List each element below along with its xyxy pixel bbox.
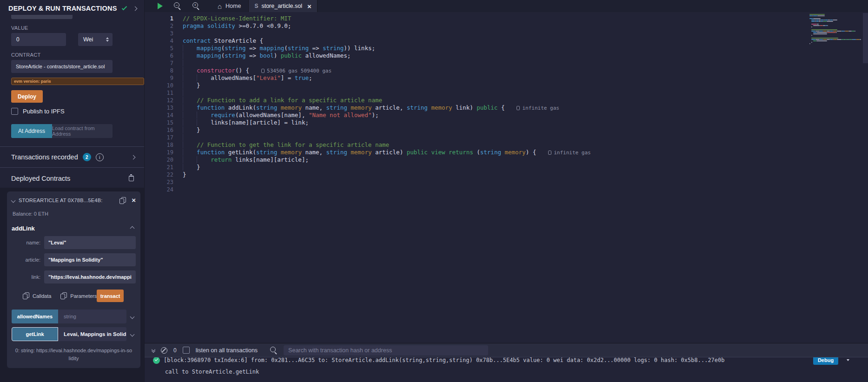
calldata-label: Calldata [33,293,51,299]
contract-instance-card: STOREARTICLE AT 0X78B...5E4B: Balance: 0… [7,191,140,368]
home-icon [218,2,222,10]
transact-button[interactable]: transact [97,290,124,302]
scrolled-input-remnant [11,15,73,19]
minimap[interactable] [809,14,861,47]
editor-tabbar: − + Home store_article.sol [145,0,868,12]
calldata-group[interactable]: Calldata [23,292,51,299]
allowednames-input[interactable]: string [58,310,126,323]
terminal-collapse-icon[interactable] [152,348,155,352]
editor-scrollbar[interactable] [863,13,868,63]
transaction-log-row[interactable]: [block:3968970 txIndex:6] from: 0x281...… [145,357,868,365]
field-row: link: "https://levai.hashnode.dev/mappi [12,270,136,283]
field-row: article: "Mappings in Solidity" [12,253,136,266]
instance-balance: Balance: 0 ETH [13,211,136,217]
unit-select[interactable]: Wei [78,33,113,46]
deployed-contracts-header: Deployed Contracts [0,168,144,188]
panel-title: DEPLOY & RUN TRANSACTIONS [8,5,117,12]
contract-select[interactable]: StoreArticle - contracts/store_article.s… [11,60,113,73]
gas-estimate-icon [548,151,551,155]
tab-label: Home [225,3,241,9]
allowednames-expand-chevron-icon[interactable] [130,314,135,319]
code-editor[interactable]: 1// SPDX-License-Identifier: MIT2pragma … [145,12,868,343]
getlink-expand-chevron-icon[interactable] [130,332,135,336]
link-field[interactable]: "https://levai.hashnode.dev/mappi [44,270,136,283]
run-script-icon[interactable] [158,3,163,9]
terminal: 0 listen on all transactions [block:3968… [145,343,868,382]
field-label: article: [12,257,44,263]
at-address-input[interactable]: Load contract from Address [52,124,113,138]
transactions-recorded-row: Transactions recorded 2 [0,147,144,167]
parameters-label: Parameters [70,293,97,299]
contract-label: CONTRACT [11,52,144,58]
call-log-row[interactable]: call to StoreArticle.getLink [145,369,868,375]
terminal-search-input[interactable] [284,345,488,356]
publish-ipfs-row: Publish to IPFS [11,108,144,115]
unit-select-value: Wei [83,36,93,43]
instance-header[interactable]: STOREARTICLE AT 0X78B...5E4B: [12,196,136,204]
transactions-expand-chevron-icon[interactable] [131,155,136,159]
terminal-logs: [block:3968970 txIndex:6] from: 0x281...… [145,357,868,382]
parameters-group[interactable]: Parameters [60,292,97,299]
value-label: VALUE [11,25,144,31]
listen-all-label: listen on all transactions [196,347,258,354]
at-address-button[interactable]: At Address [11,124,52,138]
addlink-function-header: addLink [12,225,136,232]
article-field[interactable]: "Mappings in Solidity" [44,253,136,266]
clear-terminal-icon[interactable] [161,347,167,354]
code-lines[interactable]: 1// SPDX-License-Identifier: MIT2pragma … [145,15,808,193]
debug-button[interactable]: Debug [813,357,838,365]
deploy-run-panel: DEPLOY & RUN TRANSACTIONS VALUE Wei CONT… [0,0,144,382]
pending-tx-count: 0 [173,347,177,354]
publish-ipfs-checkbox[interactable] [11,108,18,115]
search-icon [270,347,278,354]
getlink-input[interactable]: Levai, Mappings in Solidity [58,327,126,341]
solidity-file-icon [254,3,258,9]
zoom-out-icon[interactable]: − [174,2,181,10]
addlink-function-name: addLink [12,225,35,232]
panel-status-check-icon [121,5,126,10]
getlink-row: getLink Levai, Mappings in Solidity [12,327,136,341]
tab-label: store_article.sol [261,3,302,9]
copy-parameters-icon[interactable] [60,292,67,299]
value-input[interactable] [11,33,66,46]
main-panel: − + Home store_article.sol 1// SPDX-Lice… [144,0,868,382]
transactions-recorded-label: Transactions recorded [11,153,78,161]
panel-header: DEPLOY & RUN TRANSACTIONS [0,0,144,12]
getlink-button[interactable]: getLink [12,327,58,341]
field-label: name: [12,240,44,245]
remix-ide: DEPLOY & RUN TRANSACTIONS VALUE Wei CONT… [0,0,868,382]
contract-select-value: StoreArticle - contracts/store_article.s… [16,64,105,69]
listen-all-checkbox[interactable] [183,347,190,354]
value-row: Wei [11,33,144,46]
unit-stepper-icon[interactable] [106,37,109,42]
copy-calldata-icon[interactable] [23,292,29,299]
zoom-in-icon[interactable]: + [192,2,200,10]
deploy-button[interactable]: Deploy [11,90,43,103]
remove-instance-icon[interactable] [132,196,136,204]
instance-collapse-chevron-icon[interactable] [11,198,16,203]
at-address-group: At Address Load contract from Address [11,124,113,138]
instances-section: STOREARTICLE AT 0X78B...5E4B: Balance: 0… [0,188,144,382]
copy-address-icon[interactable] [119,197,126,204]
log-expand-caret-icon[interactable] [847,359,849,361]
instance-title: STOREARTICLE AT 0X78B...5E4B: [19,198,116,203]
info-icon[interactable] [96,153,104,161]
terminal-toolbar: 0 listen on all transactions [145,343,868,357]
getlink-output: 0: string: https://levai.hashnode.dev/ma… [15,347,133,362]
tab-home[interactable]: Home [210,0,248,12]
transactions-count-badge: 2 [83,153,91,161]
panel-pin-chevron-icon[interactable] [133,6,138,11]
tx-log-text: [block:3968970 txIndex:6] from: 0x281...… [164,357,809,363]
addlink-actions: Calldata Parameters transact [12,290,136,302]
close-tab-icon[interactable] [307,2,311,10]
field-label: link: [12,274,44,280]
addlink-collapse-chevron-icon[interactable] [130,226,135,231]
gas-estimate-icon [261,69,265,73]
gas-estimate-icon [517,106,520,110]
name-field[interactable]: "Levai" [44,236,136,249]
clear-instances-trash-icon[interactable] [129,176,134,181]
deployed-contracts-label: Deployed Contracts [11,175,70,182]
tab-store-article-sol[interactable]: store_article.sol [248,0,317,12]
publish-ipfs-label: Publish to IPFS [23,108,65,115]
allowednames-button[interactable]: allowedNames [12,310,58,323]
